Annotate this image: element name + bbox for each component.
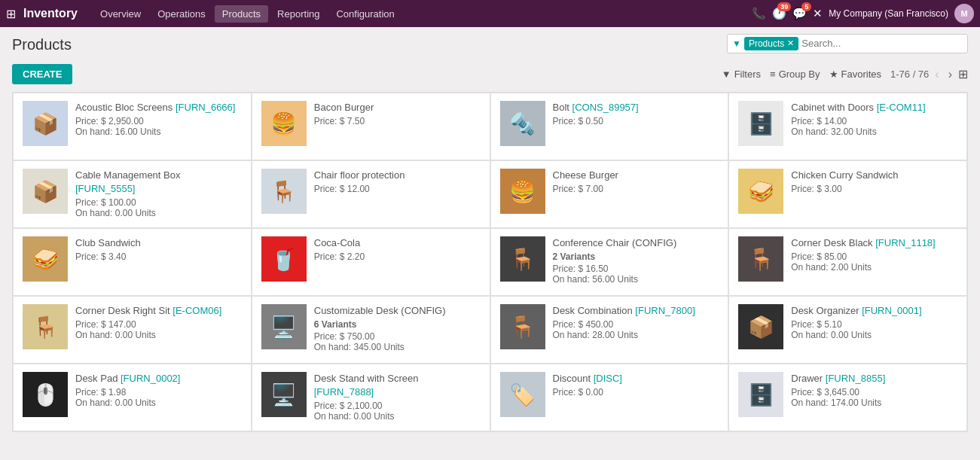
search-filter-icon: ▼	[732, 38, 741, 49]
product-card[interactable]: 🔩 Bolt [CONS_89957] Price: $ 0.50	[490, 93, 729, 160]
next-page-button[interactable]: ›	[945, 66, 955, 83]
product-info: Desk Stand with Screen [FURN_7888] Price…	[314, 372, 481, 422]
product-name: Corner Desk Black [FURN_1118]	[791, 236, 957, 250]
product-thumbnail: 📦	[738, 304, 783, 349]
product-name: Bolt [CONS_89957]	[553, 101, 719, 114]
chat-badge: 5	[801, 2, 811, 11]
clock-icon[interactable]: 🕐 39	[772, 7, 786, 20]
star-icon: ★	[829, 69, 838, 80]
group-by-button[interactable]: ≡ Group By	[770, 69, 820, 80]
product-thumbnail: 🔩	[500, 101, 545, 146]
chat-icon[interactable]: 💬 5	[792, 7, 807, 20]
product-name: Desk Pad [FURN_0002]	[75, 372, 242, 385]
product-info: Bacon Burger Price: $ 7.50	[314, 101, 481, 126]
product-thumbnail: 🪑	[738, 236, 783, 282]
nav-reporting[interactable]: Reporting	[270, 5, 327, 23]
product-info: Bolt [CONS_89957] Price: $ 0.50	[553, 101, 719, 126]
product-card[interactable]: 🏷️ Discount [DISC] Price: $ 0.00	[490, 364, 729, 431]
product-info: Customizable Desk (CONFIG) 6 Variants Pr…	[314, 304, 481, 352]
product-thumbnail: 📦	[23, 101, 68, 146]
product-card[interactable]: 📦 Cable Management Box [FURN_5555] Price…	[13, 160, 252, 228]
product-name: Conference Chair (CONFIG)	[553, 236, 719, 250]
nav-products[interactable]: Products	[215, 5, 268, 23]
product-card[interactable]: 🖱️ Desk Pad [FURN_0002] Price: $ 1.98 On…	[13, 364, 252, 431]
nav-configuration[interactable]: Configuration	[328, 5, 401, 23]
product-card[interactable]: 📦 Acoustic Bloc Screens [FURN_6666] Pric…	[13, 93, 252, 160]
create-button[interactable]: CREATE	[12, 64, 72, 84]
product-info: Chair floor protection Price: $ 12.00	[314, 169, 481, 194]
product-card[interactable]: 🖥️ Desk Stand with Screen [FURN_7888] Pr…	[252, 364, 490, 431]
product-card[interactable]: 🥪 Club Sandwich Price: $ 3.40	[13, 228, 252, 296]
product-price: Price: $ 0.00	[553, 387, 719, 398]
product-info: Desk Pad [FURN_0002] Price: $ 1.98 On ha…	[75, 372, 242, 408]
product-name: Cabinet with Doors [E-COM11]	[791, 101, 957, 114]
product-info: Desk Combination [FURN_7800] Price: $ 45…	[553, 304, 719, 340]
product-card[interactable]: 🥪 Chicken Curry Sandwich Price: $ 3.00	[728, 160, 967, 228]
product-name: Bacon Burger	[314, 101, 481, 114]
search-bar: ▼ Products ✕	[727, 34, 968, 53]
product-card[interactable]: 📦 Desk Organizer [FURN_0001] Price: $ 5.…	[728, 296, 967, 364]
product-thumbnail: 🖱️	[23, 372, 68, 417]
search-input[interactable]	[801, 38, 928, 49]
pagination: 1-76 / 76 ‹ › ⊞	[890, 66, 968, 83]
product-grid: 📦 Acoustic Bloc Screens [FURN_6666] Pric…	[12, 92, 968, 432]
product-card[interactable]: 🍔 Bacon Burger Price: $ 7.50	[252, 93, 490, 160]
product-thumbnail: 🥪	[23, 236, 68, 282]
product-card[interactable]: 🗄️ Drawer [FURN_8855] Price: $ 3,645.00 …	[728, 364, 967, 431]
product-card[interactable]: 🍔 Cheese Burger Price: $ 7.00	[490, 160, 729, 228]
product-info: Cheese Burger Price: $ 7.00	[553, 169, 719, 194]
nav-overview[interactable]: Overview	[93, 5, 148, 23]
filter-icon: ▼	[722, 69, 731, 80]
product-name: Corner Desk Right Sit [E-COM06]	[75, 304, 242, 318]
page-title: Products	[12, 27, 72, 59]
apps-icon[interactable]: ⊞	[6, 7, 16, 21]
product-info: Cabinet with Doors [E-COM11] Price: $ 14…	[791, 101, 957, 137]
product-thumbnail: 🪑	[500, 304, 545, 349]
product-price: Price: $ 450.00	[553, 319, 719, 330]
product-price: Price: $ 85.00	[791, 251, 957, 262]
product-thumbnail: 🖥️	[261, 372, 307, 417]
product-price: Price: $ 7.00	[553, 184, 719, 194]
product-name: Discount [DISC]	[553, 372, 719, 385]
nav-operations[interactable]: Operations	[150, 5, 213, 23]
product-info: Conference Chair (CONFIG) 2 Variants Pri…	[553, 236, 719, 285]
product-card[interactable]: 🥤 Coca-Cola Price: $ 2.20	[252, 228, 490, 296]
product-price: Price: $ 100.00	[75, 197, 242, 208]
search-tag-label: Products	[749, 38, 784, 49]
brand-label: Inventory	[23, 7, 78, 20]
product-name: Desk Combination [FURN_7800]	[553, 304, 719, 318]
product-card[interactable]: 🗄️ Cabinet with Doors [E-COM11] Price: $…	[728, 93, 967, 160]
product-card[interactable]: 🪑 Corner Desk Black [FURN_1118] Price: $…	[728, 228, 967, 296]
settings-icon[interactable]: ✕	[813, 7, 823, 20]
search-tag-remove[interactable]: ✕	[787, 38, 794, 48]
topbar: ⊞ Inventory Overview Operations Products…	[0, 0, 980, 27]
phone-icon[interactable]: 📞	[752, 7, 766, 20]
product-price: Price: $ 3,645.00	[791, 387, 957, 398]
product-name: Customizable Desk (CONFIG)	[314, 304, 481, 318]
product-info: Cable Management Box [FURN_5555] Price: …	[75, 169, 242, 218]
product-thumbnail: 🍔	[261, 101, 307, 146]
avatar[interactable]: M	[954, 4, 974, 23]
product-card[interactable]: 🪑 Desk Combination [FURN_7800] Price: $ …	[490, 296, 729, 364]
product-name: Chicken Curry Sandwich	[791, 169, 957, 182]
product-price: Price: $ 7.50	[314, 116, 481, 126]
filters-button[interactable]: ▼ Filters	[722, 69, 761, 80]
product-card[interactable]: 🪑 Chair floor protection Price: $ 12.00	[252, 160, 490, 228]
search-tag: Products ✕	[744, 37, 798, 50]
product-name: Cheese Burger	[553, 169, 719, 182]
prev-page-button[interactable]: ‹	[932, 66, 942, 83]
product-info: Acoustic Bloc Screens [FURN_6666] Price:…	[75, 101, 242, 137]
product-card[interactable]: 🖥️ Customizable Desk (CONFIG) 6 Variants…	[252, 296, 490, 364]
product-card[interactable]: 🪑 Corner Desk Right Sit [E-COM06] Price:…	[13, 296, 252, 364]
product-info: Corner Desk Right Sit [E-COM06] Price: $…	[75, 304, 242, 340]
product-price: Price: $ 16.50	[553, 264, 719, 274]
favorites-button[interactable]: ★ Favorites	[829, 69, 881, 80]
product-thumbnail: 🪑	[261, 169, 307, 214]
product-card[interactable]: 🪑 Conference Chair (CONFIG) 2 Variants P…	[490, 228, 729, 296]
product-price: Price: $ 14.00	[791, 116, 957, 126]
grid-view-button[interactable]: ⊞	[958, 67, 968, 81]
product-name: Chair floor protection	[314, 169, 481, 182]
product-name: Desk Stand with Screen [FURN_7888]	[314, 372, 481, 399]
product-name: Cable Management Box [FURN_5555]	[75, 169, 242, 196]
product-price: Price: $ 5.10	[791, 319, 957, 330]
